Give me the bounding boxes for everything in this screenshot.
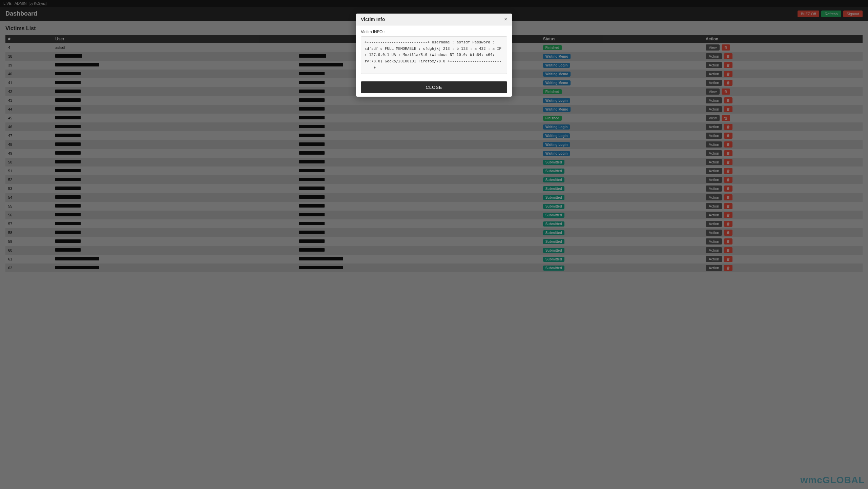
- modal-body: Victim INFO : +-------------------------…: [356, 25, 512, 78]
- modal-close-button[interactable]: CLOSE: [361, 81, 507, 93]
- modal-title: Victim Info: [361, 17, 385, 22]
- modal-info-box: +---------------------------+ Username :…: [361, 36, 507, 74]
- modal-close-icon-button[interactable]: ×: [504, 16, 507, 22]
- modal-header: Victim Info ×: [356, 14, 512, 25]
- modal-footer: CLOSE: [356, 78, 512, 97]
- modal-info-label: Victim INFO :: [361, 30, 507, 34]
- modal-dialog: Victim Info × Victim INFO : +-----------…: [356, 14, 512, 97]
- modal-overlay: Victim Info × Victim INFO : +-----------…: [0, 0, 868, 277]
